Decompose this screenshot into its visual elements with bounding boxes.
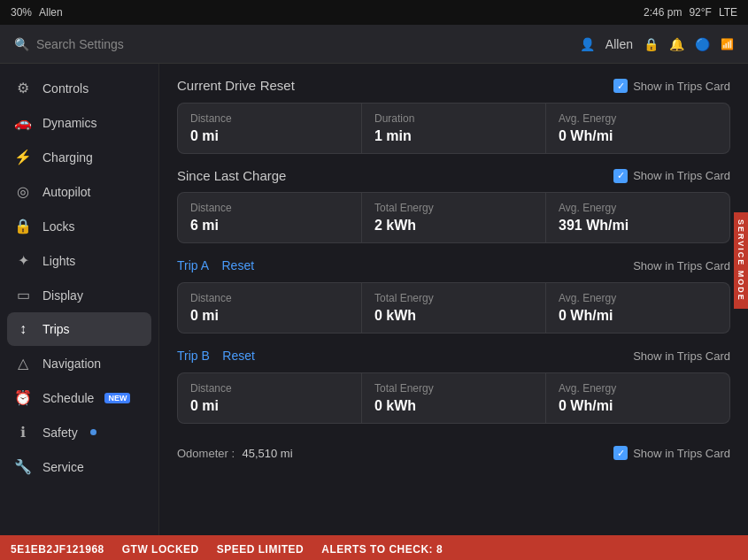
current-drive-stats: Distance 0 mi Duration 1 min Avg. Energy…	[177, 103, 730, 154]
alert-speed: SPEED LIMITED	[217, 543, 305, 556]
trip-a-distance-value: 0 mi	[190, 308, 349, 324]
trip-a-reset[interactable]: Reset	[222, 258, 255, 272]
sidebar-item-service[interactable]: 🔧 Service	[0, 449, 158, 484]
sidebar-label-service: Service	[42, 460, 84, 474]
since-last-charge-section: Since Last Charge ✓ Show in Trips Card D…	[177, 168, 730, 243]
trip-b-section: Trip B Reset Show in Trips Card Distance…	[177, 348, 730, 424]
user-icon: 👤	[580, 37, 595, 51]
safety-icon: ℹ	[14, 424, 32, 441]
charging-icon: ⚡	[14, 149, 32, 165]
trip-a-show-label: Show in Trips Card	[633, 259, 730, 272]
current-drive-energy-label: Avg. Energy	[559, 112, 717, 125]
trip-a-section: Trip A Reset Show in Trips Card Distance…	[177, 257, 730, 334]
search-placeholder[interactable]: Search Settings	[36, 37, 124, 51]
trip-a-show-trips[interactable]: Show in Trips Card	[633, 259, 730, 272]
odometer-value: 45,510 mi	[242, 447, 292, 460]
trip-b-distance-label: Distance	[190, 382, 349, 395]
signal-strength: LTE	[719, 6, 737, 19]
sidebar-item-display[interactable]: ▭ Display	[0, 278, 158, 312]
trip-a-avg-energy-label: Avg. Energy	[559, 292, 717, 304]
search-wrap[interactable]: 🔍 Search Settings	[14, 37, 124, 51]
trip-b-title: Trip B	[177, 349, 210, 363]
trip-b-avg-energy-cell: Avg. Energy 0 Wh/mi	[546, 373, 729, 423]
service-icon: 🔧	[14, 458, 32, 475]
slc-avg-energy-cell: Avg. Energy 391 Wh/mi	[546, 193, 729, 242]
sidebar-label-locks: Locks	[42, 219, 75, 234]
odometer-checkbox[interactable]: ✓	[613, 446, 628, 460]
search-bar: 🔍 Search Settings 👤 Allen 🔒 🔔 🔵 📶	[0, 25, 748, 64]
battery-level: 30%	[11, 6, 32, 19]
signal-icon: 📶	[721, 38, 734, 50]
sidebar-item-lights[interactable]: ✦ Lights	[0, 243, 158, 278]
sidebar-item-charging[interactable]: ⚡ Charging	[0, 140, 158, 174]
bell-icon: 🔔	[669, 37, 684, 51]
alert-bar: 5E1EB2JF121968 GTW LOCKED SPEED LIMITED …	[0, 535, 748, 560]
trip-b-distance-value: 0 mi	[190, 398, 349, 414]
trip-a-distance-label: Distance	[190, 292, 349, 304]
current-drive-duration-label: Duration	[374, 112, 533, 125]
since-last-charge-checkbox[interactable]: ✓	[613, 169, 628, 183]
trip-b-avg-energy-label: Avg. Energy	[559, 382, 717, 395]
slc-avg-energy-label: Avg. Energy	[559, 202, 717, 214]
sidebar-label-navigation: Navigation	[42, 357, 101, 371]
trip-b-show-label: Show in Trips Card	[633, 349, 730, 363]
trip-b-header: Trip B Reset Show in Trips Card	[177, 348, 730, 364]
main-area: ⚙ Controls 🚗 Dynamics ⚡ Charging ◎ Autop…	[0, 64, 748, 535]
trip-a-energy-total-label: Total Energy	[374, 292, 533, 304]
navigation-icon: △	[14, 355, 32, 372]
current-drive-reset[interactable]: Reset	[260, 78, 295, 93]
locks-icon: 🔒	[14, 218, 32, 234]
sidebar-item-schedule[interactable]: ⏰ Schedule NEW	[0, 380, 158, 415]
slc-energy-total-cell: Total Energy 2 kWh	[362, 193, 546, 242]
sidebar-label-display: Display	[42, 288, 83, 303]
sidebar-label-safety: Safety	[42, 426, 78, 440]
sidebar-item-autopilot[interactable]: ◎ Autopilot	[0, 174, 158, 209]
current-drive-energy-value: 0 Wh/mi	[559, 128, 717, 144]
trip-b-show-trips[interactable]: Show in Trips Card	[633, 349, 730, 363]
trip-b-title-wrap: Trip B Reset	[177, 348, 255, 364]
current-drive-energy-cell: Avg. Energy 0 Wh/mi	[546, 104, 729, 153]
trip-a-header: Trip A Reset Show in Trips Card	[177, 257, 730, 273]
sidebar-label-charging: Charging	[42, 150, 93, 165]
odometer-show-label: Show in Trips Card	[633, 447, 730, 460]
current-drive-checkbox[interactable]: ✓	[613, 79, 628, 93]
status-right: 2:46 pm 92°F LTE	[644, 6, 737, 19]
current-drive-show-trips[interactable]: ✓ Show in Trips Card	[613, 79, 730, 93]
sidebar-item-locks[interactable]: 🔒 Locks	[0, 209, 158, 243]
trip-b-reset[interactable]: Reset	[222, 349, 255, 363]
sidebar-item-safety[interactable]: ℹ Safety	[0, 415, 158, 449]
sidebar-label-schedule: Schedule	[42, 391, 94, 405]
sidebar-item-navigation[interactable]: △ Navigation	[0, 346, 158, 380]
slc-energy-total-label: Total Energy	[374, 202, 533, 214]
user-area: 👤 Allen 🔒 🔔 🔵 📶	[580, 37, 734, 51]
trip-a-avg-energy-cell: Avg. Energy 0 Wh/mi	[546, 283, 729, 333]
trip-b-energy-total-label: Total Energy	[374, 382, 533, 395]
slc-distance-label: Distance	[190, 202, 349, 214]
trip-a-stats: Distance 0 mi Total Energy 0 kWh Avg. En…	[177, 282, 730, 334]
current-time: 2:46 pm	[644, 6, 682, 19]
current-drive-show-label: Show in Trips Card	[633, 80, 730, 93]
temperature: 92°F	[689, 6, 711, 19]
display-icon: ▭	[14, 287, 32, 303]
current-drive-duration-cell: Duration 1 min	[362, 104, 546, 153]
since-last-charge-header: Since Last Charge ✓ Show in Trips Card	[177, 168, 730, 183]
trip-b-energy-total-cell: Total Energy 0 kWh	[362, 373, 546, 423]
current-drive-distance-value: 0 mi	[190, 128, 349, 144]
alert-gtw: GTW LOCKED	[122, 543, 199, 556]
current-drive-distance-cell: Distance 0 mi	[178, 104, 362, 153]
slc-distance-cell: Distance 6 mi	[178, 193, 362, 242]
since-last-charge-show-trips[interactable]: ✓ Show in Trips Card	[613, 169, 730, 183]
trip-b-avg-energy-value: 0 Wh/mi	[559, 398, 717, 414]
username: Allen	[605, 37, 633, 51]
sidebar-item-dynamics[interactable]: 🚗 Dynamics	[0, 105, 158, 140]
sidebar-item-trips[interactable]: ↕ Trips	[7, 312, 151, 346]
trip-a-title-wrap: Trip A Reset	[177, 257, 254, 273]
sidebar-item-controls[interactable]: ⚙ Controls	[0, 71, 158, 105]
status-bar: 30% Allen 2:46 pm 92°F LTE	[0, 0, 748, 25]
trip-a-energy-total-value: 0 kWh	[374, 308, 533, 324]
odometer-wrap: Odometer : 45,510 mi	[177, 445, 293, 461]
trips-content: Current Drive Reset ✓ Show in Trips Card…	[159, 64, 748, 535]
odometer-show-trips[interactable]: ✓ Show in Trips Card	[613, 446, 730, 460]
odometer-label: Odometer :	[177, 447, 235, 460]
current-drive-title: Current Drive	[177, 78, 256, 93]
